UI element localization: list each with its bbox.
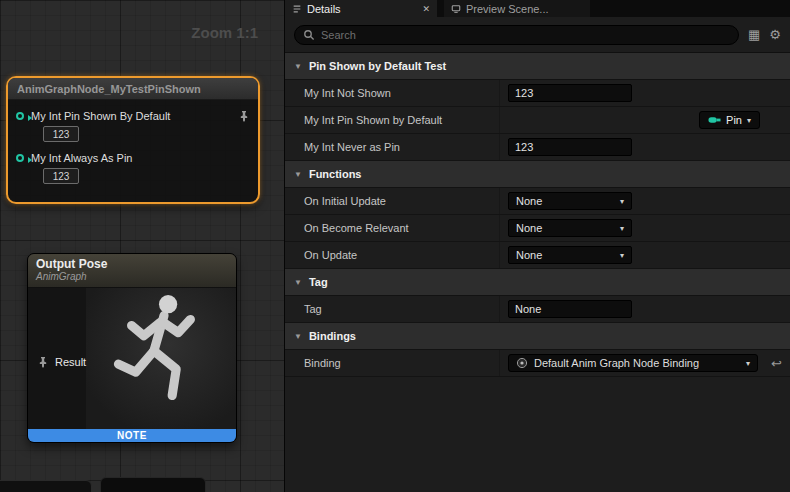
int-value-input[interactable]: 123: [43, 168, 79, 184]
view-options-icon[interactable]: ▦: [748, 28, 760, 41]
search-box[interactable]: [294, 25, 739, 45]
node-subtitle: AnimGraph: [36, 271, 228, 282]
property-row: My Int Never as Pin: [285, 134, 790, 161]
property-label: On Become Relevant: [285, 222, 499, 234]
pin-mode-value: Pin: [726, 114, 742, 126]
search-icon: [303, 29, 315, 41]
tab-label: Preview Scene...: [466, 3, 549, 15]
output-pose-node[interactable]: Output Pose AnimGraph: [27, 253, 237, 443]
section-title: Functions: [309, 168, 362, 180]
partial-node[interactable]: [0, 480, 92, 492]
section-header-functions[interactable]: ▼ Functions: [285, 161, 790, 188]
on-update-dropdown[interactable]: None ▾: [508, 246, 632, 264]
note-banner[interactable]: NOTE: [28, 429, 236, 442]
gear-icon[interactable]: ⚙: [769, 28, 781, 41]
anim-graph-node-selected[interactable]: AnimGraphNode_MyTestPinShown My Int Pin …: [6, 76, 260, 204]
property-row: On Become Relevant None ▾: [285, 215, 790, 242]
property-label: My Int Pin Shown by Default: [285, 114, 499, 126]
property-label: Binding: [285, 357, 499, 369]
node-title: Output Pose: [36, 257, 228, 271]
pin-mode-dropdown[interactable]: Pin ▾: [699, 111, 760, 129]
int-pin-icon[interactable]: [16, 154, 24, 162]
tab-label: Details: [307, 3, 341, 15]
close-icon[interactable]: ✕: [422, 4, 430, 14]
property-label: On Update: [285, 249, 499, 261]
node-header[interactable]: Output Pose AnimGraph: [28, 254, 236, 288]
details-panel: Details ✕ Preview Scene... ▦ ⚙ ▼ Pin Sho…: [285, 0, 790, 492]
property-label: My Int Never as Pin: [285, 141, 499, 153]
chevron-down-icon: ▼: [294, 332, 302, 341]
chevron-down-icon: ▼: [294, 170, 302, 179]
zoom-level-label: Zoom 1:1: [191, 24, 258, 41]
dropdown-value: None: [516, 195, 542, 207]
tab-bar: Details ✕ Preview Scene...: [285, 0, 790, 17]
chevron-down-icon: ▾: [747, 116, 751, 125]
section-header-pin-shown-by-default-test[interactable]: ▼ Pin Shown by Default Test: [285, 53, 790, 80]
node-body: Result: [28, 288, 236, 429]
dropdown-value: None: [516, 222, 542, 234]
chevron-down-icon: ▾: [620, 197, 624, 206]
chevron-down-icon: ▼: [294, 278, 302, 287]
result-pin-label: Result: [55, 356, 86, 368]
section-header-tag[interactable]: ▼ Tag: [285, 269, 790, 296]
mannequin-figure: [86, 288, 236, 430]
section-header-bindings[interactable]: ▼ Bindings: [285, 323, 790, 350]
chevron-down-icon: ▾: [620, 224, 624, 233]
pose-preview-image: [86, 288, 236, 429]
result-pin-icon[interactable]: [37, 356, 49, 368]
property-row: Binding Default Anim Graph Node Binding …: [285, 350, 790, 377]
chevron-down-icon: ▾: [620, 251, 624, 260]
on-initial-update-dropdown[interactable]: None ▾: [508, 192, 632, 210]
chevron-down-icon: ▾: [746, 359, 750, 368]
int-value-input[interactable]: 123: [43, 126, 79, 142]
property-row: My Int Pin Shown by Default Pin ▾: [285, 107, 790, 134]
preview-scene-tab-icon: [451, 4, 461, 14]
dropdown-value: None: [516, 249, 542, 261]
partial-node[interactable]: [100, 477, 206, 492]
tab-details[interactable]: Details ✕: [285, 0, 437, 17]
binding-value: Default Anim Graph Node Binding: [534, 357, 699, 369]
pin-label: My Int Always As Pin: [31, 152, 132, 164]
property-label: Tag: [285, 303, 499, 315]
property-row: On Update None ▾: [285, 242, 790, 269]
animgraph-editor-canvas[interactable]: Zoom 1:1 AnimGraphNode_MyTestPinShown My…: [0, 0, 285, 492]
property-row: On Initial Update None ▾: [285, 188, 790, 215]
property-label: On Initial Update: [285, 195, 499, 207]
node-title[interactable]: AnimGraphNode_MyTestPinShown: [8, 78, 258, 100]
my-int-not-shown-input[interactable]: [508, 84, 632, 102]
on-become-relevant-dropdown[interactable]: None ▾: [508, 219, 632, 237]
pin-icon: [708, 115, 721, 125]
section-title: Bindings: [309, 330, 356, 342]
search-input[interactable]: [321, 29, 730, 41]
section-title: Tag: [309, 276, 328, 288]
node-body: My Int Pin Shown By Default 123 My Int A…: [8, 100, 258, 202]
pin-label: My Int Pin Shown By Default: [31, 110, 170, 122]
section-title: Pin Shown by Default Test: [309, 60, 446, 72]
my-int-never-as-pin-input[interactable]: [508, 138, 632, 156]
property-row: My Int Not Shown: [285, 80, 790, 107]
tag-input[interactable]: [508, 300, 632, 318]
revert-arrow-icon[interactable]: ↩: [771, 357, 782, 370]
binding-icon: [516, 357, 528, 369]
binding-dropdown[interactable]: Default Anim Graph Node Binding ▾: [508, 354, 758, 372]
pin-visibility-toggle-icon[interactable]: [238, 110, 250, 122]
chevron-down-icon: ▼: [294, 62, 302, 71]
tab-preview-scene[interactable]: Preview Scene...: [444, 0, 590, 17]
search-row: ▦ ⚙: [285, 17, 790, 53]
property-label: My Int Not Shown: [285, 87, 499, 99]
property-row: Tag: [285, 296, 790, 323]
int-pin-icon[interactable]: [16, 112, 24, 120]
details-tab-icon: [292, 4, 302, 14]
